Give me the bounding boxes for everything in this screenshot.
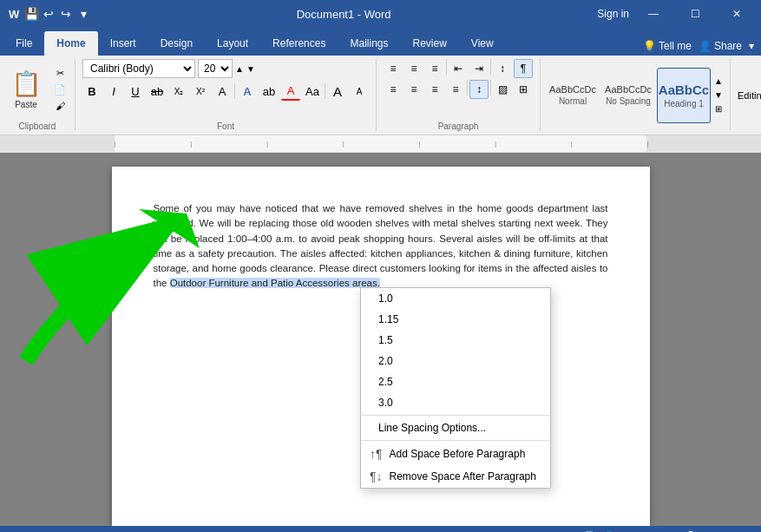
superscript-button[interactable]: X² (191, 82, 210, 101)
text-effect-button[interactable]: A (238, 82, 257, 101)
ls-remove-space-after[interactable]: ¶↓ Remove Space After Paragraph (361, 465, 550, 488)
clipboard-label: Clipboard (5, 122, 69, 131)
justify-button[interactable]: ≡ (446, 80, 465, 99)
cut-button[interactable]: ✂ (50, 65, 69, 81)
selected-text: Outdoor Furniture and Patio Accessories … (170, 278, 380, 288)
font-row-1: Calibri (Body) 20 ▲ ▼ (82, 59, 255, 78)
ls-option-115[interactable]: 1.15 (361, 309, 550, 330)
tab-mailings[interactable]: Mailings (338, 31, 400, 56)
undo-icon[interactable]: ↩ (42, 7, 56, 21)
page-content: Some of you may have noticed that we hav… (154, 201, 608, 292)
paragraph-group-label: Paragraph (384, 120, 533, 131)
editing-label[interactable]: Editing ▾ (738, 89, 761, 101)
lightbulb-icon: 💡 (643, 40, 656, 52)
ribbon: 📋 Paste ✂ 📄 🖌 Clipboard Calibri (Body) 2… (0, 56, 761, 135)
tab-review[interactable]: Review (400, 31, 458, 56)
font-group-label: Font (82, 120, 369, 131)
increase-indent-button[interactable]: ⇥ (469, 59, 489, 78)
align-right-button[interactable]: ≡ (425, 80, 444, 99)
maximize-button[interactable]: ☐ (678, 0, 712, 28)
style-no-spacing[interactable]: AaBbCcDc No Spacing (601, 68, 655, 123)
tab-design[interactable]: Design (148, 31, 205, 56)
styles-up-arrow[interactable]: ▲ (712, 76, 725, 88)
sort-button[interactable]: ↕ (493, 59, 512, 78)
collapse-ribbon-button[interactable]: ▾ (749, 40, 754, 52)
sign-in-button[interactable]: Sign in (597, 8, 629, 20)
style-heading1[interactable]: AaBbCc Heading 1 (657, 68, 711, 123)
borders-button[interactable]: ⊞ (514, 80, 533, 99)
status-bar: Page 1 of 1 98 of 98 words ✓ 📖 📄 🌐 | − +… (0, 526, 761, 532)
clear-format-button[interactable]: A (213, 82, 232, 101)
document-paragraph: Some of you may have noticed that we hav… (154, 201, 608, 292)
title-bar-left: W 💾 ↩ ↪ ▾ (7, 7, 90, 21)
grow-font-button[interactable]: A (328, 82, 347, 101)
ls-option-3[interactable]: 3.0 (361, 392, 550, 413)
decrease-indent-button[interactable]: ⇤ (449, 59, 468, 78)
clipboard-group: 📋 Paste ✂ 📄 🖌 Clipboard (0, 59, 75, 131)
subscript-button[interactable]: X₂ (169, 82, 188, 101)
align-left-button[interactable]: ≡ (384, 80, 403, 99)
tab-insert[interactable]: Insert (98, 31, 148, 56)
ls-add-space-before[interactable]: ↑¶ Add Space Before Paragraph (361, 443, 550, 465)
save-icon[interactable]: 💾 (24, 7, 38, 21)
tab-file[interactable]: File (3, 31, 44, 56)
multilevel-list-button[interactable]: ≡ (425, 59, 444, 78)
font-color-button[interactable]: A (281, 82, 300, 101)
ls-option-15[interactable]: 1.5 (361, 330, 550, 351)
line-spacing-button[interactable]: ↕ (469, 80, 489, 99)
styles-down-arrow[interactable]: ▼ (712, 89, 725, 102)
font-size-select[interactable]: 20 (198, 59, 233, 78)
show-formatting-button[interactable]: ¶ (514, 59, 533, 78)
document-title: Document1 - Word (297, 8, 391, 21)
bullets-button[interactable]: ≡ (384, 59, 403, 78)
tab-view[interactable]: View (459, 31, 506, 56)
copy-button[interactable]: 📄 (50, 82, 69, 97)
word-icon: W (7, 7, 21, 21)
ls-option-2[interactable]: 2.0 (361, 351, 550, 371)
paste-button[interactable]: 📋 Paste (5, 65, 47, 114)
editing-group: Editing ▾ (731, 59, 761, 131)
align-center-button[interactable]: ≡ (404, 80, 423, 99)
font-family-select[interactable]: Calibri (Body) (82, 59, 195, 78)
ls-options-button[interactable]: Line Spacing Options... (361, 417, 550, 438)
ls-option-25[interactable]: 2.5 (361, 371, 550, 392)
person-icon: 👤 (699, 40, 712, 52)
add-space-before-icon: ↑¶ (370, 447, 383, 461)
text-before-selection: Some of you may have noticed that we hav… (154, 203, 608, 288)
case-button[interactable]: Aa (303, 82, 322, 101)
redo-icon[interactable]: ↪ (59, 7, 73, 21)
strikethrough-button[interactable]: ab (148, 82, 167, 101)
underline-button[interactable]: U (126, 82, 145, 101)
font-size-up[interactable]: ▲ (235, 64, 244, 74)
ruler: | | | | | | | | (0, 135, 761, 153)
ribbon-tabs: File Home Insert Design Layout Reference… (0, 28, 761, 56)
italic-button[interactable]: I (104, 82, 123, 101)
font-divider2 (325, 83, 325, 99)
share-button[interactable]: 👤 Share (699, 40, 742, 52)
ls-separator-2 (361, 440, 550, 441)
tab-references[interactable]: References (260, 31, 338, 56)
numbered-list-button[interactable]: ≡ (404, 59, 423, 78)
shrink-font-button[interactable]: A (350, 82, 369, 101)
close-button[interactable]: ✕ (719, 0, 754, 28)
style-normal[interactable]: AaBbCcDc Normal (546, 68, 600, 123)
styles-group: AaBbCcDc Normal AaBbCcDc No Spacing AaBb… (541, 59, 731, 131)
bold-button[interactable]: B (82, 82, 102, 101)
font-size-down[interactable]: ▼ (246, 64, 255, 74)
dropdown-icon[interactable]: ▾ (76, 7, 90, 21)
minimize-button[interactable]: — (636, 0, 671, 28)
styles-expand-arrow[interactable]: ⊞ (712, 103, 725, 115)
highlight-button[interactable]: ab (259, 82, 279, 101)
remove-space-after-icon: ¶↓ (370, 470, 383, 483)
para-divider1 (446, 59, 447, 75)
font-group: Calibri (Body) 20 ▲ ▼ B I U ab X₂ X² A A… (75, 59, 377, 131)
tab-home[interactable]: Home (44, 31, 97, 56)
shading-button[interactable]: ▨ (493, 80, 512, 99)
tell-me-button[interactable]: 💡 Tell me (643, 40, 692, 52)
document-area: Some of you may have noticed that we hav… (0, 153, 761, 526)
styles-scroll: ▲ ▼ ⊞ (712, 76, 725, 115)
ls-separator-1 (361, 415, 550, 416)
format-painter-button[interactable]: 🖌 (50, 98, 69, 114)
tab-layout[interactable]: Layout (205, 31, 260, 56)
ls-option-1[interactable]: 1.0 (361, 288, 550, 309)
